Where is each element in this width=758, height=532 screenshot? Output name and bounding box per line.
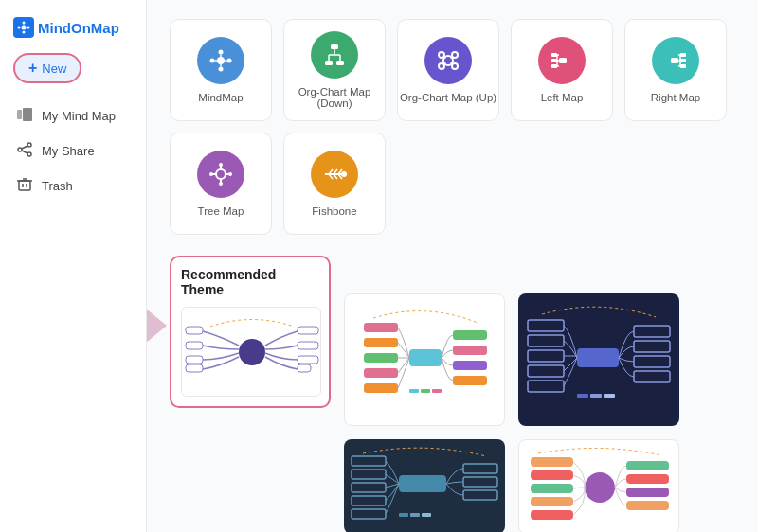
- svg-rect-131: [626, 461, 669, 470]
- trash-icon: [17, 177, 32, 195]
- map-type-mindmap[interactable]: MindMap: [170, 19, 272, 121]
- org-up-label: Org-Chart Map (Up): [400, 92, 496, 103]
- svg-marker-77: [147, 308, 167, 344]
- svg-point-11: [27, 152, 31, 156]
- svg-point-60: [216, 169, 226, 179]
- theme-thumb-light2[interactable]: [518, 439, 679, 532]
- svg-rect-109: [634, 371, 670, 382]
- svg-point-125: [585, 472, 615, 503]
- svg-rect-14: [19, 181, 30, 190]
- svg-rect-85: [298, 356, 318, 364]
- svg-rect-132: [626, 474, 669, 484]
- theme-thumb-colorful[interactable]: [344, 293, 505, 426]
- svg-rect-30: [336, 61, 344, 65]
- svg-rect-52: [671, 58, 678, 63]
- fishbone-icon: [311, 151, 358, 198]
- map-type-org-up[interactable]: Org-Chart Map (Up): [397, 19, 499, 121]
- svg-rect-121: [463, 490, 497, 500]
- svg-rect-80: [186, 342, 203, 349]
- svg-rect-92: [364, 383, 398, 393]
- sidebar-item-label: Trash: [42, 179, 73, 193]
- svg-rect-107: [634, 341, 670, 352]
- themes-row-2: [344, 439, 735, 532]
- svg-rect-122: [399, 513, 408, 517]
- svg-rect-95: [453, 361, 487, 370]
- svg-point-68: [228, 172, 232, 176]
- svg-rect-123: [410, 513, 420, 517]
- svg-rect-94: [453, 346, 487, 355]
- new-button[interactable]: + New: [13, 53, 81, 83]
- svg-point-22: [219, 67, 224, 72]
- share-icon: [17, 142, 32, 160]
- svg-rect-29: [325, 61, 333, 65]
- logo-icon: [13, 17, 34, 38]
- svg-rect-111: [590, 394, 602, 398]
- theme-thumb-dark1[interactable]: [518, 293, 679, 426]
- svg-point-20: [219, 50, 224, 55]
- svg-rect-105: [528, 381, 564, 392]
- svg-point-19: [217, 57, 225, 64]
- svg-rect-118: [352, 509, 386, 519]
- svg-rect-127: [531, 470, 573, 480]
- svg-rect-97: [409, 389, 419, 393]
- recommended-card[interactable]: Recommended Theme: [170, 256, 331, 408]
- svg-rect-102: [528, 335, 564, 346]
- map-type-org-down[interactable]: Org-Chart Map (Down): [283, 19, 386, 121]
- right-map-label: Right Map: [651, 92, 700, 103]
- svg-point-21: [227, 59, 232, 63]
- svg-rect-103: [528, 350, 564, 362]
- svg-point-3: [23, 31, 26, 34]
- svg-rect-82: [186, 364, 203, 372]
- svg-rect-91: [364, 368, 398, 378]
- svg-point-67: [209, 172, 213, 176]
- fishbone-label: Fishbone: [312, 205, 356, 217]
- svg-rect-98: [421, 389, 430, 393]
- tree-map-label: Tree Map: [198, 205, 244, 217]
- svg-rect-126: [531, 457, 573, 467]
- svg-rect-112: [604, 394, 615, 398]
- sidebar: MindOnMap + New My Mind Map My Share: [0, 0, 147, 532]
- sidebar-item-my-mind-map[interactable]: My Mind Map: [0, 98, 146, 133]
- svg-rect-84: [298, 342, 318, 349]
- plus-icon: +: [28, 60, 37, 77]
- sidebar-item-my-share[interactable]: My Share: [0, 133, 146, 168]
- theme-thumb-white[interactable]: [181, 307, 321, 397]
- svg-rect-81: [186, 356, 203, 364]
- svg-point-2: [27, 27, 30, 29]
- svg-rect-128: [531, 484, 573, 493]
- arrow-container: [147, 308, 167, 344]
- svg-rect-54: [680, 59, 686, 62]
- svg-rect-8: [23, 108, 32, 121]
- map-type-tree[interactable]: Tree Map: [170, 133, 272, 235]
- svg-rect-115: [352, 470, 386, 479]
- svg-rect-134: [626, 501, 669, 510]
- svg-rect-28: [331, 44, 338, 49]
- theme-thumb-dark2[interactable]: [344, 439, 505, 532]
- logo-text: MindOnMap: [38, 20, 119, 36]
- sidebar-item-trash[interactable]: Trash: [0, 168, 146, 204]
- svg-point-1: [23, 22, 26, 25]
- map-type-right[interactable]: Right Map: [624, 19, 727, 121]
- mindmap-label: MindMap: [198, 92, 243, 103]
- left-map-icon: [538, 37, 586, 84]
- svg-rect-106: [634, 326, 670, 337]
- svg-point-0: [22, 26, 27, 30]
- sidebar-item-label: My Share: [42, 144, 95, 158]
- svg-rect-130: [531, 510, 573, 520]
- recommended-label: Recommended Theme: [181, 267, 319, 297]
- map-type-fishbone[interactable]: Fishbone: [283, 133, 386, 235]
- logo: MindOnMap: [0, 11, 146, 53]
- right-map-icon: [652, 37, 699, 84]
- svg-rect-101: [528, 320, 564, 331]
- org-down-icon: [311, 31, 358, 79]
- new-label: New: [42, 62, 66, 76]
- mind-map-icon: [17, 107, 32, 125]
- svg-rect-87: [409, 349, 442, 366]
- svg-point-4: [18, 27, 21, 29]
- map-type-left[interactable]: Left Map: [511, 19, 613, 121]
- main-content: MindMap Org-Chart Map (Down): [147, 0, 758, 532]
- svg-rect-129: [531, 497, 573, 506]
- svg-rect-88: [364, 323, 398, 332]
- svg-rect-55: [680, 64, 686, 68]
- svg-point-76: [341, 171, 347, 177]
